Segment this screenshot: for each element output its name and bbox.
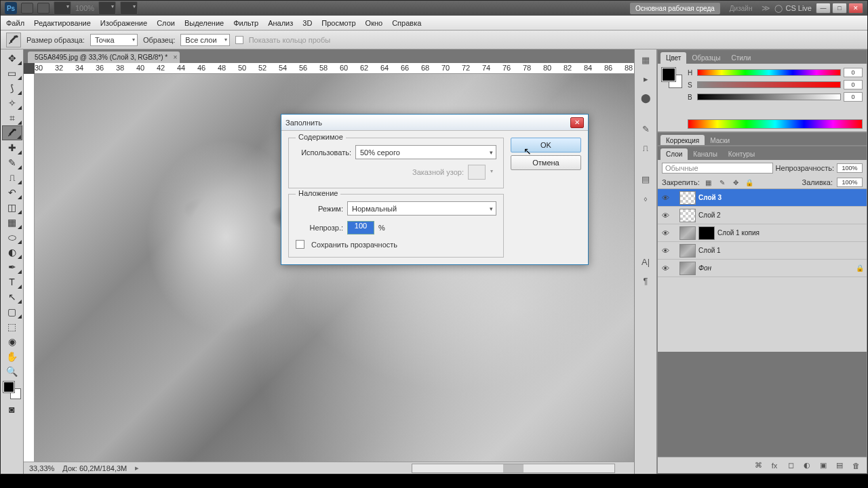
layer-name[interactable]: Фон	[698, 264, 711, 272]
menu-filter[interactable]: Фильтр	[233, 19, 258, 27]
menu-3d[interactable]: 3D	[302, 19, 312, 27]
sample-size-select[interactable]: Точка	[90, 34, 138, 46]
layer-row[interactable]: 👁Слой 3	[658, 189, 867, 207]
menu-analysis[interactable]: Анализ	[268, 19, 293, 27]
tab-color[interactable]: Цвет	[660, 52, 686, 64]
workspace-essentials-button[interactable]: Основная рабочая среда	[630, 3, 720, 14]
pen-tool[interactable]: ✒	[2, 260, 22, 274]
tab-swatches[interactable]: Образцы	[686, 52, 726, 64]
layer-thumbnail[interactable]	[679, 209, 696, 222]
brush-tool[interactable]: ✎	[2, 155, 22, 170]
menu-file[interactable]: Файл	[6, 19, 24, 27]
wand-tool[interactable]: ✧	[2, 96, 22, 110]
arrange-selector[interactable]	[98, 1, 116, 15]
bri-value[interactable]: 0	[844, 92, 863, 102]
properties-panel-icon[interactable]: ⬤	[637, 90, 654, 105]
tab-layers[interactable]: Слои	[660, 148, 688, 160]
delete-layer-icon[interactable]: 🗑	[850, 460, 861, 471]
maximize-button[interactable]: □	[832, 3, 847, 14]
history-brush-tool[interactable]: ↶	[2, 185, 22, 200]
swatches-panel-icon[interactable]: ▤	[637, 171, 654, 186]
eyedropper-tool[interactable]	[2, 125, 22, 140]
3d-tool[interactable]: ⬚	[2, 319, 22, 334]
clone-panel-icon[interactable]: ⎍	[637, 140, 654, 155]
layer-name[interactable]: Слой 3	[698, 194, 722, 201]
layer-group-icon[interactable]: ▣	[818, 460, 829, 471]
dialog-close-button[interactable]: ✕	[570, 117, 584, 128]
styles-panel-icon[interactable]: ⬨	[637, 190, 654, 205]
layer-thumbnail[interactable]	[679, 191, 696, 205]
layer-thumbnail[interactable]	[679, 226, 696, 240]
ok-button[interactable]: OK	[511, 138, 581, 152]
bridge-icon[interactable]	[21, 3, 33, 14]
horizontal-scrollbar[interactable]	[412, 464, 615, 473]
cancel-button[interactable]: Отмена	[511, 155, 581, 170]
layer-name[interactable]: Слой 1 копия	[717, 229, 760, 237]
vertical-ruler[interactable]	[24, 74, 35, 462]
dodge-tool[interactable]: ◐	[2, 245, 22, 260]
layer-row[interactable]: 👁Слой 1 копия	[658, 224, 867, 242]
bri-slider[interactable]	[697, 94, 841, 100]
opacity-value[interactable]: 100%	[837, 163, 863, 173]
visibility-icon[interactable]: 👁	[660, 246, 670, 256]
crop-tool[interactable]: ⌗	[2, 110, 22, 125]
status-zoom[interactable]: 33,33%	[29, 464, 54, 472]
color-swatches[interactable]	[3, 382, 21, 399]
stamp-tool[interactable]: ⎍	[2, 170, 22, 185]
character-panel-icon[interactable]: A|	[637, 254, 654, 269]
blur-tool[interactable]: ⬭	[2, 230, 22, 245]
use-select[interactable]: 50% серого	[355, 145, 496, 159]
eraser-tool[interactable]: ◫	[2, 200, 22, 215]
tab-masks[interactable]: Маски	[705, 135, 735, 146]
tab-channels[interactable]: Каналы	[688, 148, 723, 160]
mode-select[interactable]: Нормальный	[347, 201, 496, 216]
lock-all-icon[interactable]: 🔒	[745, 178, 754, 187]
fill-value[interactable]: 100%	[837, 178, 863, 187]
marquee-tool[interactable]: ▭	[2, 66, 22, 81]
tab-styles[interactable]: Стили	[726, 52, 756, 64]
sat-slider[interactable]	[697, 81, 841, 88]
paragraph-panel-icon[interactable]: ¶	[637, 273, 654, 288]
layer-name[interactable]: Слой 2	[698, 211, 721, 219]
layer-mask-icon[interactable]: ◻	[785, 460, 796, 471]
layer-name[interactable]: Слой 1	[698, 247, 721, 254]
cslive-button[interactable]: CS Live	[774, 4, 812, 13]
extras-selector[interactable]	[120, 1, 138, 15]
lasso-tool[interactable]: ⟆	[2, 81, 22, 96]
3d-camera-tool[interactable]: ◉	[2, 334, 22, 349]
layer-row[interactable]: 👁Слой 2	[658, 207, 867, 224]
close-button[interactable]: ✕	[848, 3, 863, 14]
layer-style-icon[interactable]: fx	[769, 460, 780, 471]
tab-paths[interactable]: Контуры	[723, 148, 760, 160]
preserve-transparency-checkbox[interactable]	[296, 240, 304, 249]
menu-window[interactable]: Окно	[366, 19, 383, 27]
new-layer-icon[interactable]: ▤	[834, 460, 845, 471]
menu-edit[interactable]: Редактирование	[34, 19, 91, 27]
menu-help[interactable]: Справка	[392, 19, 421, 27]
tab-adjustments[interactable]: Коррекция	[660, 135, 705, 146]
menu-select[interactable]: Выделение	[184, 19, 224, 27]
hue-slider[interactable]	[697, 69, 841, 76]
hand-tool[interactable]: ✋	[2, 349, 22, 364]
layer-mask-thumbnail[interactable]	[698, 226, 715, 240]
workspace-more-icon[interactable]: ≫	[762, 3, 770, 13]
screen-mode-selector[interactable]	[54, 1, 71, 15]
sat-value[interactable]: 0	[844, 80, 863, 89]
layer-row[interactable]: 👁Фон🔒	[658, 260, 867, 277]
layer-thumbnail[interactable]	[679, 244, 696, 258]
hue-value[interactable]: 0	[844, 68, 863, 77]
visibility-icon[interactable]: 👁	[660, 228, 670, 238]
menu-layer[interactable]: Слои	[157, 19, 175, 27]
quickmask-toggle[interactable]: ◙	[2, 402, 22, 417]
blend-mode-select[interactable]: Обычные	[662, 163, 773, 174]
lock-position-icon[interactable]: ✥	[731, 178, 741, 187]
shape-tool[interactable]: ▢	[2, 304, 22, 319]
type-tool[interactable]: T	[2, 274, 22, 289]
layer-row[interactable]: 👁Слой 1	[658, 242, 867, 260]
visibility-icon[interactable]: 👁	[660, 211, 670, 220]
eyedropper-tool-icon[interactable]	[6, 33, 21, 47]
foreground-color-swatch[interactable]	[3, 382, 14, 392]
horizontal-ruler[interactable]: 3032343638404244464850525456586062646668…	[35, 63, 634, 74]
minibridge-icon[interactable]	[37, 3, 50, 14]
zoom-tool[interactable]: 🔍	[2, 364, 22, 379]
